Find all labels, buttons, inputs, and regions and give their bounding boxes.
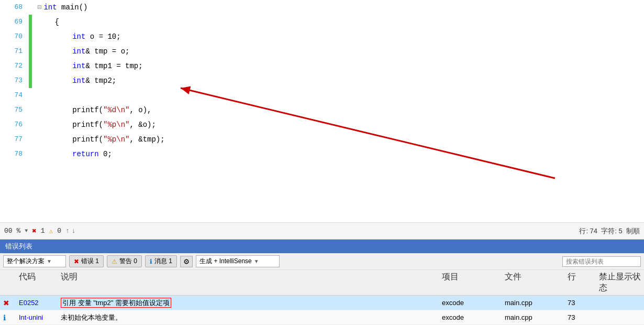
line-number: 77 [0,132,29,147]
status-bar: 00 % ▼ ✖ 1 ⚠ 0 ↑ ↓ 行: 74 字符: 5 制順 [0,222,644,239]
row-file: main.cpp [505,313,568,321]
error-code-link[interactable]: E0252 [19,299,39,307]
code-editor: 68⊟int main()69 {70 int o = 10;71 int& t… [0,0,644,222]
error-btn-icon: ✖ [74,258,79,265]
line-number: 71 [0,44,29,59]
keyword-token: int [72,32,85,41]
row-project: excode [442,313,505,321]
row-description: 引用 变量 "tmp2" 需要初始值设定项 [61,298,442,308]
line-number: 78 [0,147,29,161]
line-content: printf("%d\n", o), [32,103,644,117]
plain-token: { [37,18,59,26]
prev-error-arrow[interactable]: ↑ [65,227,70,235]
col-header-suppress: 禁止显示状态 [599,272,641,294]
code-line[interactable]: 78 return 0; [0,147,644,161]
code-line[interactable]: 68⊟int main() [0,0,644,15]
line-number: 72 [0,59,29,73]
line-content: int& tmp1 = tmp; [32,59,644,73]
intellisense-label: 生成 + IntelliSense [199,257,252,266]
code-line[interactable]: 75 printf("%d\n", o), [0,103,644,117]
error-row[interactable]: ℹ Int-unini 未初始化本地变量。 excode main.cpp 73 [0,310,644,325]
message-btn-icon: ℹ [150,258,152,265]
filter-button[interactable]: ⚙ [180,256,193,267]
keyword-token: return [72,150,98,158]
row-icon: ✖ [3,299,19,307]
error-icon: ✖ [3,299,9,307]
error-code-link[interactable]: Int-unini [19,313,43,321]
line-number: 76 [0,117,29,132]
warning-btn-icon: ⚠ [112,258,117,265]
keyword-token: int [72,47,85,56]
code-line[interactable]: 69 { [0,15,644,29]
info-icon: ℹ [3,313,6,322]
error-table: ✖ E0252 引用 变量 "tmp2" 需要初始值设定项 excode mai… [0,296,644,325]
scope-dropdown[interactable]: 整个解决方案 ▼ [3,255,66,267]
scope-dropdown-chevron: ▼ [47,258,52,264]
code-line[interactable]: 76 printf("%p\n", &o); [0,117,644,132]
desc-text: 未初始化本地变量。 [61,313,122,321]
search-error-box[interactable] [562,256,641,267]
plain-token [37,62,72,70]
error-btn-label: 错误 1 [81,257,99,266]
warning-count-button[interactable]: ⚠ 警告 0 [107,255,142,267]
plain-token [37,77,72,85]
string-token: "%p\n" [103,135,129,144]
collapse-icon[interactable]: ⊟ [37,3,41,12]
plain-token [37,150,72,158]
zoom-level[interactable]: 00 % [4,227,20,235]
line-content: int o = 10; [32,29,644,44]
line-content: int& tmp = o; [32,44,644,59]
code-line[interactable]: 77 printf("%p\n", &tmp); [0,132,644,147]
plain-token: o = 10; [85,32,120,41]
keyword-token: int [72,62,85,70]
code-line[interactable]: 71 int& tmp = o; [0,44,644,59]
code-line[interactable]: 72 int& tmp1 = tmp; [0,59,644,73]
row-code[interactable]: Int-unini [19,313,61,321]
col-header-project: 项目 [442,272,505,294]
search-error-input[interactable] [566,258,629,265]
plain-token: & tmp2; [85,77,116,85]
plain-token: printf( [37,135,103,144]
line-content: printf("%p\n", &tmp); [32,132,644,147]
warning-status-icon: ⚠ [49,227,53,235]
plain-token: , &o); [129,121,156,129]
plain-token: & tmp = o; [85,47,129,56]
error-row[interactable]: ✖ E0252 引用 变量 "tmp2" 需要初始值设定项 excode mai… [0,296,644,310]
plain-token: printf( [37,121,103,129]
next-error-arrow[interactable]: ↓ [72,227,76,235]
col-header-code: 代码 [19,272,61,294]
intellisense-chevron: ▼ [254,258,259,264]
keyword-token: int [43,3,57,12]
line-content: ⊟int main() [32,0,644,15]
error-table-header: 代码 说明 项目 文件 行 禁止显示状态 [0,270,644,296]
scope-label: 整个解决方案 [7,257,45,266]
intellisense-dropdown[interactable]: 生成 + IntelliSense ▼ [196,255,280,267]
error-panel-header: 错误列表 [0,240,644,253]
col-header-line: 行 [568,272,599,294]
row-icon: ℹ [3,313,19,322]
zoom-dropdown-icon[interactable]: ▼ [25,228,28,234]
line-number: 74 [0,88,29,103]
plain-token [37,47,72,56]
desc-highlight: 引用 变量 "tmp2" 需要初始值设定项 [61,298,171,308]
plain-token: , o), [129,106,151,114]
message-btn-label: 消息 1 [154,257,172,266]
code-line[interactable]: 74 [0,88,644,103]
plain-token [37,32,72,41]
line-content: printf("%p\n", &o); [32,117,644,132]
message-count-button[interactable]: ℹ 消息 1 [145,255,177,267]
cursor-position: 行: 74 字符: 5 制順 [579,226,640,236]
nav-arrows[interactable]: ↑ ↓ [65,227,76,235]
row-code[interactable]: E0252 [19,299,61,307]
line-number: 75 [0,103,29,117]
line-number: 68 [0,0,29,15]
error-panel-title: 错误列表 [5,242,32,250]
warning-status-count: 0 [57,227,61,235]
error-status-icon: ✖ [32,226,36,235]
code-line[interactable]: 70 int o = 10; [0,29,644,44]
code-line[interactable]: 73 int& tmp2; [0,73,644,88]
string-token: "%p\n" [103,121,129,129]
error-count-button[interactable]: ✖ 错误 1 [69,255,104,267]
line-content: int& tmp2; [32,73,644,88]
col-header-file: 文件 [505,272,568,294]
